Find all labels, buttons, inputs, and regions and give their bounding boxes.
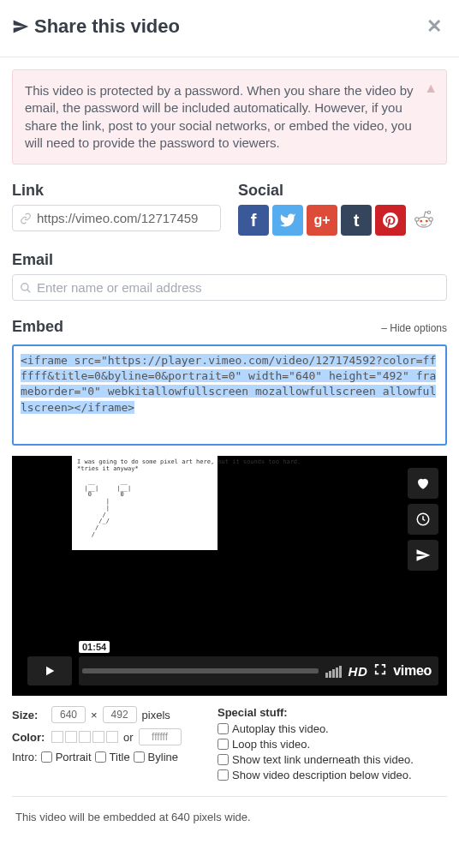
- portrait-label: Portrait: [56, 751, 92, 763]
- email-section: Email: [12, 251, 447, 301]
- size-label: Size:: [12, 709, 46, 721]
- svg-line-7: [27, 289, 31, 292]
- modal-content: This video is protected by a password. W…: [0, 57, 459, 849]
- description-checkbox[interactable]: [218, 769, 229, 781]
- scrubber[interactable]: [82, 668, 319, 673]
- intro-row: Intro: Portrait Title Byline: [12, 751, 200, 763]
- reddit-icon: [413, 209, 435, 231]
- options-right: Special stuff: Autoplay this video. Loop…: [218, 706, 414, 784]
- googleplus-button[interactable]: g+: [307, 205, 337, 236]
- embed-label: Embed: [12, 318, 63, 336]
- title-checkbox[interactable]: [95, 751, 106, 763]
- swatch-5[interactable]: [106, 731, 118, 743]
- swatch-4[interactable]: [92, 731, 104, 743]
- modal-header: Share this video ✕: [0, 0, 459, 57]
- loop-label: Loop this video.: [232, 738, 310, 751]
- modal-title: Share this video: [34, 15, 421, 38]
- tumblr-button[interactable]: t: [341, 205, 372, 236]
- color-swatches: [51, 731, 118, 743]
- social-label: Social: [238, 182, 447, 200]
- title-opt-label: Title: [110, 751, 130, 763]
- embed-code-box[interactable]: <iframe src="https://player.vimeo.com/vi…: [12, 344, 447, 446]
- email-input-group[interactable]: [12, 274, 447, 301]
- search-icon: [20, 282, 32, 294]
- embed-options: Size: × pixels Color: or: [12, 706, 447, 797]
- social-icons: f g+ t: [238, 205, 447, 236]
- intro-label: Intro:: [12, 751, 38, 763]
- email-label: Email: [12, 251, 447, 269]
- hd-toggle[interactable]: HD: [349, 664, 368, 679]
- link-social-row: Link Social f g+ t: [12, 182, 447, 236]
- embed-code-text: <iframe src="https://player.vimeo.com/vi…: [21, 354, 436, 414]
- options-left: Size: × pixels Color: or: [12, 706, 200, 784]
- paper-plane-icon: [12, 18, 29, 35]
- byline-checkbox[interactable]: [134, 751, 145, 763]
- close-button[interactable]: ✕: [421, 14, 447, 39]
- textlink-label: Show text link underneath this video.: [232, 753, 414, 766]
- svg-point-4: [426, 220, 428, 223]
- share-button[interactable]: [408, 540, 438, 571]
- twitter-icon: [279, 212, 296, 229]
- share-modal: Share this video ✕ This video is protect…: [0, 0, 459, 849]
- byline-label: Byline: [148, 751, 178, 763]
- svg-point-3: [420, 220, 422, 223]
- watch-later-button[interactable]: [408, 504, 438, 535]
- hex-input[interactable]: [139, 728, 182, 745]
- clock-icon: [415, 512, 431, 527]
- reddit-button[interactable]: [411, 205, 437, 236]
- twitter-button[interactable]: [272, 205, 303, 236]
- portrait-checkbox[interactable]: [41, 751, 52, 763]
- video-preview: I was going to do some pixel art here, b…: [12, 456, 447, 696]
- autoplay-checkbox[interactable]: [218, 723, 229, 734]
- svg-point-6: [21, 283, 28, 290]
- special-label: Special stuff:: [218, 706, 414, 719]
- warning-icon: ▲: [424, 79, 438, 98]
- player-controls: 01:54 HD vimeo: [27, 656, 438, 685]
- link-label: Link: [12, 182, 221, 200]
- like-button[interactable]: [408, 468, 438, 499]
- description-label: Show video description below video.: [232, 769, 412, 781]
- link-icon: [20, 213, 32, 224]
- time-flag: 01:54: [79, 641, 110, 653]
- or-label: or: [123, 731, 134, 744]
- size-row: Size: × pixels: [12, 706, 200, 723]
- pinterest-icon: [383, 213, 398, 228]
- link-input[interactable]: [37, 211, 213, 225]
- preview-side-icons: [408, 468, 438, 571]
- facebook-button[interactable]: f: [238, 205, 269, 236]
- heart-icon: [415, 476, 431, 491]
- social-section: Social f g+ t: [238, 182, 447, 236]
- video-thumb: I was going to do some pixel art here, b…: [72, 456, 218, 550]
- swatch-2[interactable]: [65, 731, 77, 743]
- fullscreen-button[interactable]: [374, 663, 386, 679]
- vimeo-logo[interactable]: vimeo: [393, 663, 432, 679]
- loop-checkbox[interactable]: [218, 739, 229, 750]
- footnote: This video will be embedded at 640 pixel…: [12, 807, 447, 837]
- play-button[interactable]: [27, 656, 72, 685]
- volume-control[interactable]: [325, 664, 342, 678]
- pinterest-button[interactable]: [375, 205, 406, 236]
- height-input[interactable]: [103, 706, 137, 723]
- swatch-1[interactable]: [51, 731, 63, 743]
- swatch-3[interactable]: [79, 731, 91, 743]
- color-row: Color: or: [12, 728, 200, 745]
- textlink-checkbox[interactable]: [218, 754, 229, 765]
- pixels-label: pixels: [142, 709, 170, 721]
- alert-text: This video is protected by a password. W…: [25, 83, 414, 150]
- hide-options-link[interactable]: – Hide options: [381, 322, 447, 334]
- email-input[interactable]: [37, 280, 439, 295]
- autoplay-label: Autoplay this video.: [232, 722, 329, 735]
- password-alert: This video is protected by a password. W…: [12, 69, 447, 165]
- fullscreen-icon: [374, 663, 386, 675]
- svg-point-1: [415, 218, 419, 221]
- link-section: Link: [12, 182, 221, 236]
- color-label: Color:: [12, 731, 46, 744]
- svg-point-5: [427, 211, 430, 213]
- scrubber-wrap: 01:54 HD vimeo: [79, 656, 438, 685]
- paper-plane-icon: [415, 548, 431, 563]
- width-input[interactable]: [51, 706, 86, 723]
- times-symbol: ×: [91, 709, 98, 721]
- link-input-group[interactable]: [12, 205, 221, 231]
- embed-section: Embed – Hide options <iframe src="https:…: [12, 318, 447, 446]
- play-icon: [43, 664, 57, 678]
